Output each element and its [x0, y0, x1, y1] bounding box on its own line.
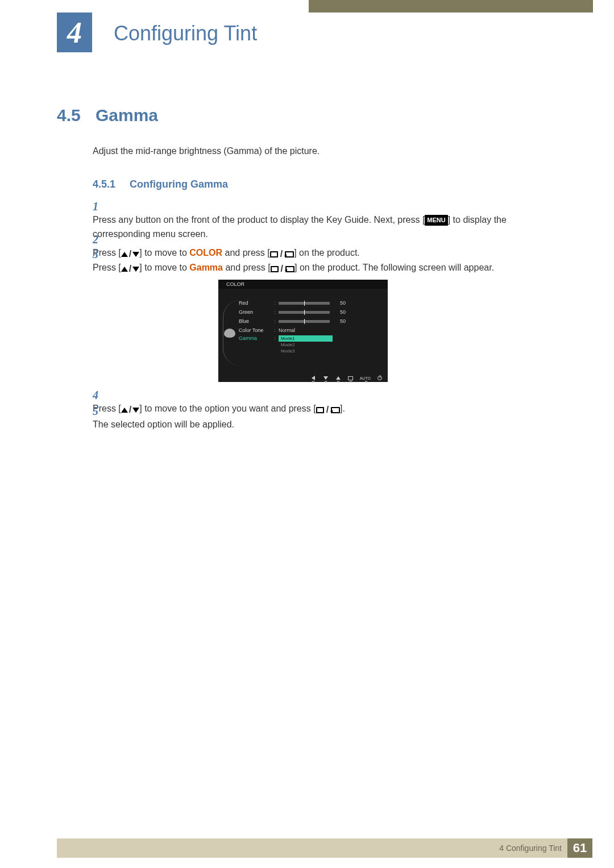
osd-back-icon: [310, 375, 317, 381]
osd-label-blue: Blue: [239, 318, 274, 324]
up-down-arrows-icon: /: [121, 262, 139, 276]
menu-button-icon: MENU: [425, 215, 447, 226]
step-5-number: 5: [93, 405, 106, 418]
step-1-number: 1: [93, 200, 106, 213]
palette-icon: [224, 329, 235, 338]
step-5-text: The selected option will be applied.: [93, 418, 541, 432]
step-3-text-a: Press [: [93, 263, 121, 272]
osd-bar-blue: [279, 320, 330, 323]
section-title: Gamma: [96, 106, 158, 125]
osd-label-gamma: Gamma: [239, 335, 274, 341]
osd-auto-label: AUTO: [360, 375, 371, 381]
osd-label-colortone: Color Tone: [239, 327, 274, 333]
osd-gamma-option-mode3: Mode3: [279, 348, 333, 354]
page-footer: 4 Configuring Tint 61: [57, 838, 592, 858]
chapter-number: 4: [67, 16, 82, 49]
subsection-title: Configuring Gamma: [130, 178, 228, 190]
osd-gamma-option-mode1: Mode1: [279, 335, 333, 342]
footer-chapter-ref: 4 Configuring Tint: [499, 844, 562, 853]
step-3-number: 3: [93, 248, 106, 261]
osd-body: Red : 50 Green : 50 Blue : 50 Color Tone…: [218, 289, 388, 373]
osd-value-green: 50: [334, 309, 346, 315]
osd-row-gamma: Gamma : Mode1 Mode2 Mode3: [239, 335, 381, 354]
chapter-number-badge: 4: [57, 13, 92, 52]
subsection-number: 4.5.1: [93, 178, 115, 190]
osd-select-icon: [347, 375, 354, 381]
section-description: Adjust the mid-range brightness (Gamma) …: [93, 146, 320, 156]
osd-bar-green: [279, 311, 330, 314]
osd-value-red: 50: [334, 300, 346, 306]
gamma-keyword: Gamma: [189, 263, 223, 272]
osd-row-blue: Blue : 50: [239, 317, 381, 325]
step-3: 3 Press [/] to move to Gamma and press […: [93, 248, 557, 276]
osd-label-green: Green: [239, 309, 274, 315]
osd-value-colortone: Normal: [279, 327, 295, 333]
osd-row-colortone: Color Tone : Normal: [239, 326, 381, 334]
osd-gamma-dropdown: Mode1 Mode2 Mode3: [279, 335, 333, 354]
step-1-text-a: Press any button on the front of the pro…: [93, 215, 425, 225]
osd-gamma-option-mode2: Mode2: [279, 342, 333, 348]
step-3-text: Press [/] to move to Gamma and press [/]…: [93, 261, 541, 276]
step-3-text-d: ] on the product. The following screen w…: [294, 263, 494, 272]
step-3-text-b: ] to move to: [139, 263, 189, 272]
step-5: 5 The selected option will be applied.: [93, 405, 557, 432]
select-enter-icon: /: [271, 262, 294, 276]
section-number: 4.5: [57, 106, 81, 125]
osd-row-red: Red : 50: [239, 299, 381, 307]
osd-footer: AUTO: [218, 374, 388, 382]
osd-value-blue: 50: [334, 318, 346, 324]
osd-label-red: Red: [239, 300, 274, 306]
top-accent-bar: [309, 0, 593, 13]
step-3-text-c: and press [: [223, 263, 271, 272]
osd-bar-red: [279, 302, 330, 305]
page-number: 61: [567, 838, 592, 858]
step-4-number: 4: [93, 389, 106, 402]
osd-rows: Red : 50 Green : 50 Blue : 50 Color Tone…: [239, 299, 381, 355]
chapter-title: Configuring Tint: [114, 22, 257, 45]
osd-power-icon: [376, 375, 383, 381]
osd-up-icon: [335, 375, 342, 381]
osd-down-icon: [322, 375, 329, 381]
step-2-number: 2: [93, 233, 106, 246]
osd-screenshot: COLOR Red : 50 Green : 50 Blue : 50: [218, 280, 388, 382]
osd-title: COLOR: [218, 280, 388, 289]
osd-row-green: Green : 50: [239, 308, 381, 316]
